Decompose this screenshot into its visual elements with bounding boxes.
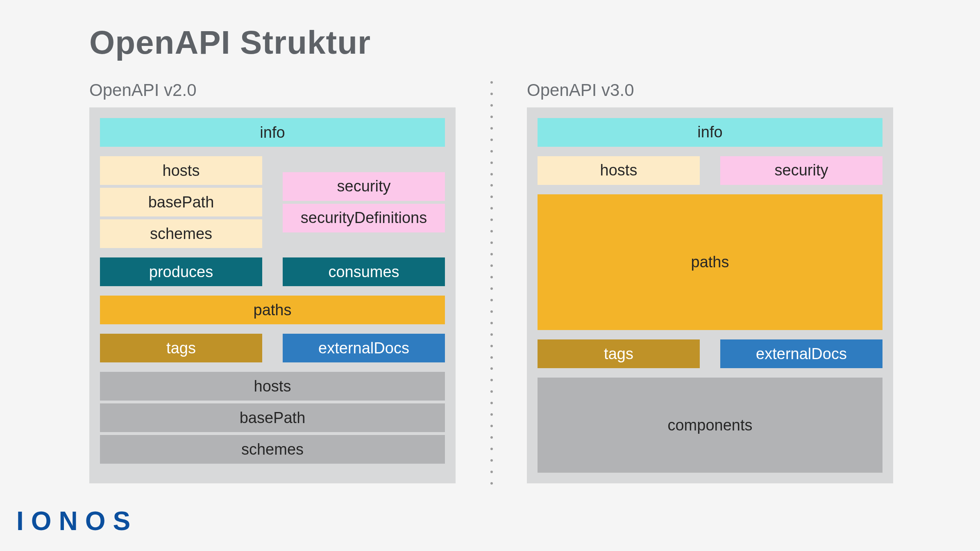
- v2-info-box: info: [100, 118, 445, 147]
- v2-schemes-box: schemes: [100, 219, 262, 248]
- divider-dot: [490, 471, 493, 473]
- v3-components-box: components: [538, 378, 882, 473]
- divider-dot: [490, 184, 493, 187]
- v2-security-box: security: [283, 172, 445, 201]
- divider-dot: [490, 356, 493, 359]
- v2-securitydefs-box: securityDefinitions: [283, 204, 445, 232]
- v3-tags-box: tags: [538, 339, 700, 368]
- v2-tags-box: tags: [100, 334, 262, 362]
- v2-consumes-box: consumes: [283, 257, 445, 286]
- divider-dot: [490, 322, 493, 324]
- v2-paths-box: paths: [100, 296, 445, 324]
- v3-hosts-box: hosts: [538, 156, 700, 185]
- v2-produces-box: produces: [100, 257, 262, 286]
- page-title: OpenAPI Struktur: [89, 24, 371, 61]
- v2-hosts-box: hosts: [100, 156, 262, 185]
- divider-dot: [490, 104, 493, 107]
- panel-v2-inner: info hosts basePath schemes security sec…: [100, 118, 445, 473]
- divider-dot: [490, 241, 493, 244]
- divider-dot: [490, 482, 493, 485]
- ionos-logo: IONOS: [16, 506, 138, 536]
- panel-openapi-v2: info hosts basePath schemes security sec…: [89, 107, 456, 483]
- panel-v3-inner: info hosts security paths tags externalD…: [538, 118, 882, 473]
- divider-dot: [490, 196, 493, 198]
- v2-basepath-box: basePath: [100, 188, 262, 216]
- column-divider: [490, 81, 492, 485]
- divider-dot: [490, 162, 493, 164]
- v3-row-hosts-security: hosts security: [538, 156, 882, 185]
- v2-row-hosts-security: hosts basePath schemes security security…: [100, 156, 445, 248]
- divider-dot: [490, 310, 493, 313]
- divider-dot: [490, 345, 493, 347]
- v3-security-box: security: [720, 156, 882, 185]
- divider-dot: [490, 390, 493, 393]
- divider-dot: [490, 81, 493, 84]
- divider-dot: [490, 150, 493, 153]
- divider-dot: [490, 116, 493, 118]
- divider-dot: [490, 299, 493, 301]
- divider-dot: [490, 379, 493, 381]
- divider-dot: [490, 264, 493, 267]
- v2-row-tags-docs: tags externalDocs: [100, 334, 445, 362]
- column-v3-heading: OpenAPI v3.0: [527, 80, 634, 100]
- panel-openapi-v3: info hosts security paths tags externalD…: [527, 107, 893, 483]
- divider-dot: [490, 436, 493, 439]
- divider-dot: [490, 333, 493, 336]
- divider-dot: [490, 207, 493, 209]
- v2-gray-stack: hosts basePath schemes: [100, 372, 445, 464]
- v2-hosts-stack: hosts basePath schemes: [100, 156, 262, 248]
- divider-dot: [490, 93, 493, 95]
- divider-dot: [490, 173, 493, 175]
- divider-dot: [490, 276, 493, 278]
- column-v2-heading: OpenAPI v2.0: [89, 80, 197, 100]
- divider-dot: [490, 139, 493, 141]
- divider-dot: [490, 425, 493, 427]
- divider-dot: [490, 287, 493, 290]
- v3-row-tags-docs: tags externalDocs: [538, 339, 882, 368]
- divider-dot: [490, 253, 493, 255]
- divider-dot: [490, 367, 493, 370]
- divider-dot: [490, 230, 493, 232]
- v2-row-produces-consumes: produces consumes: [100, 257, 445, 286]
- v3-info-box: info: [538, 118, 882, 147]
- divider-dot: [490, 219, 493, 221]
- v3-paths-box: paths: [538, 194, 882, 330]
- divider-dot: [490, 413, 493, 416]
- divider-dot: [490, 459, 493, 462]
- v2-externaldocs-box: externalDocs: [283, 334, 445, 362]
- v2-gray-basepath-box: basePath: [100, 403, 445, 432]
- diagram-stage: OpenAPI Struktur OpenAPI v2.0 OpenAPI v3…: [0, 0, 980, 551]
- v2-security-stack: security securityDefinitions: [283, 156, 445, 248]
- v3-externaldocs-box: externalDocs: [720, 339, 882, 368]
- v2-gray-schemes-box: schemes: [100, 435, 445, 464]
- divider-dot: [490, 127, 493, 130]
- divider-dot: [490, 448, 493, 450]
- v2-gray-hosts-box: hosts: [100, 372, 445, 401]
- divider-dot: [490, 402, 493, 404]
